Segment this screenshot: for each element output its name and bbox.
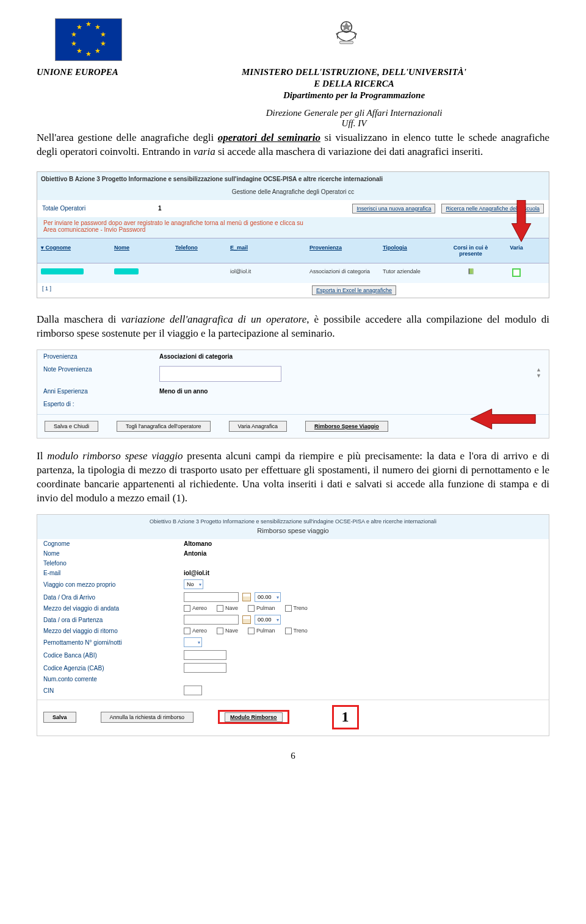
cognome-label: Cognome [43,540,184,547]
title-sub2: Dipartimento per la Programmazione [159,90,549,101]
eu-flag-icon: ★ ★ ★ ★ ★ ★ ★ ★ ★ ★ [55,18,122,61]
nave-checkbox-2[interactable] [217,628,223,634]
anni-esperienza-label: Anni Esperienza [43,388,159,395]
rimborso-spese-button[interactable]: Rimborso Spese Viaggio [305,421,388,432]
note-prov-label: Note Provenienza [43,366,159,382]
mezzo-proprio-label: Viaggio con mezzo proprio [43,581,184,588]
modulo-rimborso-highlight: Modulo Rimborso [218,710,289,724]
ss3-head1: Obiettivo B Azione 3 Progetto Informazio… [37,515,549,526]
cin-label: CIN [43,687,184,694]
ss1-note: Per inviare le password dopo aver regist… [37,217,549,238]
data-partenza-label: Data / ora di Partenza [43,617,184,623]
salva-button[interactable]: Salva [43,712,76,723]
pernottamento-select[interactable] [184,637,202,647]
title-right: MINISTERO DELL'ISTRUZIONE, DELL'UNIVERSI… [159,67,549,77]
aereo-checkbox-2[interactable] [184,628,190,634]
data-arrivo-label: Data / Ora di Arrivo [43,594,184,601]
cab-label: Codice Agenzia (CAB) [43,665,184,672]
annulla-rimborso-button[interactable]: Annulla la richiesta di rimborso [101,712,194,723]
ss1-title1: Obiettivo B Azione 3 Progetto Informazio… [37,172,549,186]
ss1-title2: Gestione delle Anagrafiche degli Operato… [37,186,549,200]
title-dir2: Uff. IV [159,118,549,129]
col-cognome[interactable]: ▾ Cognome [37,238,110,263]
col-corsi: Corsi in cui è presente [446,238,495,263]
mezzo-ritorno-options: Aereo Nave Pulman Treno [184,628,308,634]
data-partenza-input[interactable] [184,615,239,625]
screenshot-operators-list: Obiettivo B Azione 3 Progetto Informazio… [37,171,549,298]
screenshot-rimborso-form: Obiettivo B Azione 3 Progetto Informazio… [37,514,549,736]
header-titles: UNIONE EUROPEA MINISTERO DELL'ISTRUZIONE… [37,67,549,129]
mezzo-proprio-select[interactable]: No [184,579,203,589]
treno-checkbox-2[interactable] [285,628,292,634]
book-icon[interactable]: 📗 [468,268,474,274]
salva-chiudi-button[interactable]: Salva e Chiudi [45,421,98,432]
col-provenienza[interactable]: Provenienza [306,238,379,263]
paragraph-2: Dalla maschera di variazione dell'anagra… [37,313,549,341]
row-email: iol@iol.it [226,263,306,283]
col-email[interactable]: E_mail [226,238,306,263]
mezzo-andata-label: Mezzo del viaggio di andata [43,605,184,612]
callout-number-1: 1 [332,705,359,729]
togli-anagrafica-button[interactable]: Togli l'anagrafica dell'operatore [117,421,211,432]
row-tipologia: Tutor aziendale [379,263,446,283]
ora-partenza-select[interactable]: 00.00 [255,615,281,625]
cin-input[interactable] [184,686,202,695]
new-anagrafica-button[interactable]: Inserisci una nuova anagrafica [352,204,435,213]
title-dir1: Direzione Generale per gli Affari Intern… [159,108,549,118]
email-label: E-mail [43,570,184,576]
page-number: 6 [37,751,549,761]
calendar-icon[interactable] [242,615,251,624]
ss1-footer: [ 1 ] Esporta in Excel le anagrafiche [37,283,549,298]
pulman-checkbox-2[interactable] [248,628,255,634]
pernottamento-label: Pernottamento N° giorni/notti [43,639,184,646]
pulman-checkbox[interactable] [248,605,255,612]
title-sub1: E DELLA RICERCA [159,79,549,89]
email-value: iol@iol.it [184,570,209,576]
pagination: [ 1 ] [42,285,164,295]
screenshot-operator-edit: Provenienza Associazioni di categoria No… [37,349,549,439]
table-header: ▾ Cognome Nome Telefono E_mail Provenien… [37,238,549,263]
title-left: UNIONE EUROPEA [37,67,159,129]
svg-rect-1 [340,41,353,43]
doc-header: ★ ★ ★ ★ ★ ★ ★ ★ ★ ★ [37,18,549,61]
ora-arrivo-select[interactable]: 00.00 [255,592,281,602]
arrow-left-callout-icon [469,407,537,432]
varia-edit-button[interactable] [512,268,521,277]
aereo-checkbox[interactable] [184,605,190,612]
cognome-value: Altomano [184,540,212,547]
provenienza-value: Associazioni di categoria [159,353,233,360]
nave-checkbox[interactable] [217,605,223,612]
redacted-cognome [41,268,84,274]
paragraph-3: Il modulo rimborso spese viaggio present… [37,449,549,506]
mezzo-andata-options: Aereo Nave Pulman Treno [184,605,308,612]
col-nome[interactable]: Nome [110,238,172,263]
abi-label: Codice Banca (ABI) [43,652,184,659]
paragraph-1: Nell'area gestione delle anagrafiche deg… [37,131,549,159]
esperto-di-label: Esperto di : [43,401,159,407]
col-tipologia[interactable]: Tipologia [379,238,446,263]
row-provenienza: Associazioni di categoria [306,263,379,283]
export-excel-button[interactable]: Esporta in Excel le anagrafiche [312,285,396,295]
nome-label: Nome [43,550,184,557]
modulo-rimborso-button[interactable]: Modulo Rimborso [225,712,283,722]
data-arrivo-input[interactable] [184,592,239,602]
table-row: iol@iol.it Associazioni di categoria Tut… [37,263,549,283]
telefono-label: Telefono [43,560,184,567]
ss3-head2: Rimborso spese viaggio [37,526,549,539]
calendar-icon[interactable] [242,593,251,601]
arrow-down-callout-icon [510,200,533,243]
treno-checkbox[interactable] [285,605,292,612]
anni-esperienza-value: Meno di un anno [159,388,208,395]
total-operators-value: 1 [158,205,183,212]
note-prov-textarea[interactable]: ▲▼ [159,366,281,382]
total-operators-label: Totale Operatori [42,205,152,212]
redacted-nome [114,268,139,274]
col-telefono[interactable]: Telefono [172,238,226,263]
abi-input[interactable] [184,650,226,660]
provenienza-label: Provenienza [43,353,159,360]
mezzo-ritorno-label: Mezzo del viaggio di ritorno [43,628,184,634]
cab-input[interactable] [184,663,226,673]
nome-value: Antonia [184,550,206,557]
varia-anagrafica-button[interactable]: Varia Anagrafica [229,421,287,432]
italy-emblem-icon [330,15,363,51]
